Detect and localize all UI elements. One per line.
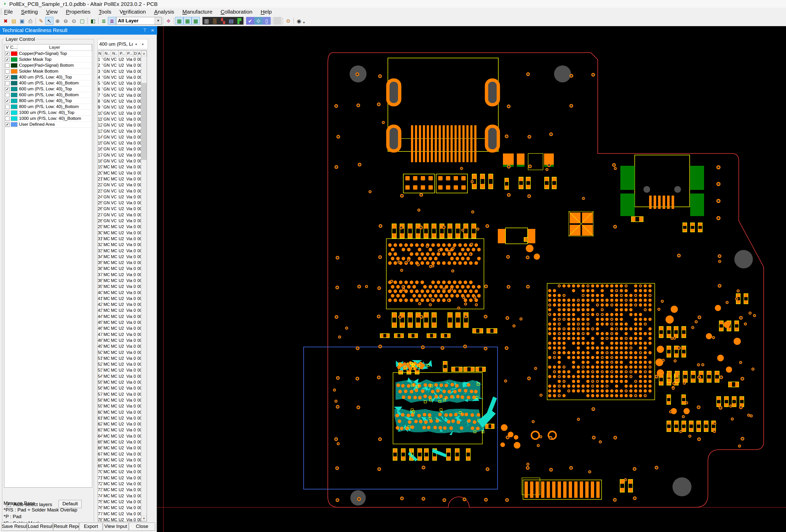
check-tool-icon[interactable]: ✔ (246, 17, 254, 25)
result-row[interactable]: 3'GNVCU2Via000 (98, 69, 147, 74)
result-row[interactable]: 70'MCMCU2Via000 (98, 469, 147, 475)
result-row[interactable]: 62'MCMCU2Via000 (98, 421, 147, 427)
result-row[interactable]: 28'GNVCU2Via000 (98, 218, 147, 224)
result-row[interactable]: 37'MCMCU2Via000 (98, 272, 147, 278)
layer-color-swatch[interactable] (11, 93, 18, 97)
layer-row[interactable]: 1000 um (P/S, Low: 40)_Bottom (4, 116, 92, 122)
scroll-down-icon[interactable]: ▼ (141, 515, 147, 521)
result-row[interactable]: 5'GNVCU2Via000 (98, 80, 147, 86)
zoom-in-icon[interactable]: ⊕ (53, 17, 62, 25)
layer-p-icon[interactable]: ≣ (108, 17, 116, 25)
menu-view[interactable]: View (42, 8, 62, 16)
result-row[interactable]: 58'MCMCU2Via000 (98, 397, 147, 403)
result-row[interactable]: 31'MCMCU2Via000 (98, 236, 147, 242)
layer-visibility-checkbox[interactable] (5, 69, 9, 74)
menu-collaboration[interactable]: Collaboration (216, 8, 257, 16)
result-row[interactable]: 9'GNVCU2Via000 (98, 104, 147, 110)
pcb-canvas[interactable] (157, 26, 786, 532)
layer-visibility-checkbox[interactable]: ✓ (5, 75, 9, 79)
save-result-button[interactable]: Save Result (2, 523, 27, 531)
board-view-3-icon[interactable]: ▦ (192, 17, 200, 25)
result-row[interactable]: 25'GNVCU2Via000 (98, 200, 147, 206)
layer-color-swatch[interactable] (11, 81, 18, 86)
layer-visibility-checkbox[interactable]: ✓ (5, 57, 9, 62)
result-row[interactable]: 55'MCMCU2Via000 (98, 379, 147, 385)
load-result-button[interactable]: Load Result (27, 523, 53, 531)
layer-select-dropdown[interactable]: All Layer▼ (116, 17, 162, 25)
dark-view-1-icon[interactable]: ▥ (202, 17, 211, 25)
result-row[interactable]: 11'GNVCU2Via000 (98, 116, 147, 122)
close-button[interactable]: Close (129, 523, 155, 531)
zoom-fit-icon[interactable]: ▢ (78, 17, 86, 25)
result-row[interactable]: 50'MCMCU2Via000 (98, 349, 147, 356)
select-cursor-icon[interactable]: ↖ (45, 17, 53, 25)
zoom-select-icon[interactable]: ⊙ (70, 17, 78, 25)
result-row[interactable]: 68'MCMCU2Via000 (98, 457, 147, 463)
result-row[interactable]: 73'MCMCU2Via000 (98, 487, 147, 493)
layer-color-swatch[interactable] (11, 69, 18, 74)
result-row[interactable]: 71'MCMCU2Via000 (98, 475, 147, 481)
result-row[interactable]: 34'MCMCU2Via000 (98, 254, 147, 260)
result-row[interactable]: 22'GNVCU2Via000 (98, 182, 147, 188)
result-row[interactable]: 26'GNVCU2Via000 (98, 206, 147, 212)
layer-row[interactable]: ✓600 um (P/S, Low: 40)_Top (4, 86, 92, 92)
layer-color-swatch[interactable] (11, 104, 18, 109)
result-row[interactable]: 40'MCMCU2Via000 (98, 290, 147, 296)
result-row[interactable]: 52'MCMCU2Via000 (98, 361, 147, 367)
pen-tool-icon[interactable]: ⟐ (254, 17, 262, 25)
result-scrollbar[interactable]: ▲ ▼ (141, 51, 147, 521)
measure-pen-icon[interactable]: ✎ (37, 17, 45, 25)
layer-visibility-checkbox[interactable] (5, 81, 9, 86)
menu-setting[interactable]: Setting (17, 8, 42, 16)
result-row[interactable]: 29'MCMCU2Via000 (98, 224, 147, 230)
result-row[interactable]: 59'MCMCU2Via000 (98, 403, 147, 409)
layer-visibility-checkbox[interactable] (5, 117, 9, 121)
layer-color-swatch[interactable] (11, 63, 18, 68)
view-input-button[interactable]: View Input (103, 523, 129, 531)
layer-row[interactable]: Solder Mask Bottom (4, 69, 92, 74)
result-row[interactable]: 10'GNVCU2Via000 (98, 110, 147, 116)
snapshot-camera-icon[interactable]: ◉ (295, 17, 303, 25)
layer-color-swatch[interactable] (11, 57, 18, 62)
result-row[interactable]: 16'GNVCU2Via000 (98, 146, 147, 152)
result-row[interactable]: 4'GNVCU2Via000 (98, 74, 147, 80)
menu-tools[interactable]: Tools (94, 8, 115, 16)
result-row[interactable]: 23'GNVCU2Via000 (98, 188, 147, 194)
menu-manufacture[interactable]: Manufacture (178, 8, 216, 16)
layer-row[interactable]: 400 um (P/S, Low: 40)_Bottom (4, 80, 92, 86)
report-tool-icon[interactable]: ▯ (262, 17, 271, 25)
result-row[interactable]: 61'MCMCU2Via000 (98, 415, 147, 421)
result-row[interactable]: 65'MCMCU2Via000 (98, 439, 147, 445)
result-row[interactable]: 49'MCMCU2Via000 (98, 343, 147, 349)
result-row[interactable]: 20'MCMCU2Via000 (98, 170, 147, 176)
result-row[interactable]: 78'MCMCU2Via000 (98, 517, 147, 522)
result-row[interactable]: 54'MCMCU2Via000 (98, 373, 147, 379)
layer-row[interactable]: 600 um (P/S, Low: 40)_Bottom (4, 92, 92, 98)
layer-visibility-checkbox[interactable]: ✓ (5, 87, 9, 91)
result-row[interactable]: 47'MCMCU2Via000 (98, 332, 147, 337)
result-row[interactable]: 36'MCMCU2Via000 (98, 266, 147, 271)
layer-a-icon[interactable]: ≣ (100, 17, 108, 25)
result-row[interactable]: 18'GNVCU2Via000 (98, 158, 147, 164)
layer-row[interactable]: ✓Solder Mask Top (4, 57, 92, 63)
result-row[interactable]: 44'MCMCU2Via000 (98, 314, 147, 319)
result-row[interactable]: 77'MCMCU2Via000 (98, 511, 147, 517)
result-row[interactable]: 30'MCMCU2Via000 (98, 230, 147, 236)
save-icon[interactable]: ▣ (18, 17, 26, 25)
layer-visibility-checkbox[interactable]: ✓ (5, 122, 9, 127)
result-row[interactable]: 69'MCMCU2Via000 (98, 463, 147, 469)
dark-view-2-icon[interactable]: ▒ (211, 17, 219, 25)
layer-visibility-checkbox[interactable]: ✓ (5, 52, 9, 56)
menu-verification[interactable]: Verification (115, 8, 150, 16)
print-icon[interactable]: ⎙ (26, 17, 34, 25)
menu-analysis[interactable]: Analysis (150, 8, 178, 16)
disabled-tool-icon[interactable] (273, 17, 281, 25)
layer-color-swatch[interactable] (11, 116, 18, 121)
result-row[interactable]: 63'MCMCU2Via000 (98, 427, 147, 433)
result-row[interactable]: 17'GNVCU2Via000 (98, 152, 147, 158)
layer-color-swatch[interactable] (11, 99, 18, 103)
result-row[interactable]: 60'MCMCU2Via000 (98, 409, 147, 415)
result-row[interactable]: 15'GNVCU2Via000 (98, 140, 147, 146)
open-folder-icon[interactable]: ▤ (10, 17, 18, 25)
result-row[interactable]: 42'MCMCU2Via000 (98, 301, 147, 308)
